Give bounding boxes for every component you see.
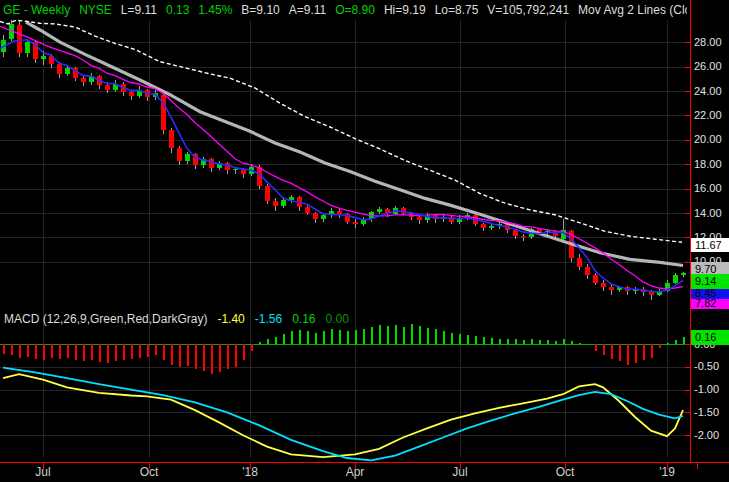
macd-label: MACD (12,26,9,Green,Red,DarkGray) xyxy=(4,312,207,326)
header-exchange: NYSE xyxy=(79,3,112,17)
candle-up xyxy=(233,169,238,170)
macd-macd-value: -1.40 xyxy=(217,312,244,326)
header-pct-change: 1.45% xyxy=(198,3,232,17)
candle-down xyxy=(57,64,62,74)
candle-down xyxy=(609,287,614,289)
price-axis-label: 18.00 xyxy=(694,158,729,171)
time-axis-label: Jul xyxy=(452,466,467,479)
time-axis-label: Jul xyxy=(35,466,50,479)
header-high: Hi=9.19 xyxy=(384,3,426,17)
macd-axis-label: -1.00 xyxy=(694,383,729,396)
price-axis-label: 20.00 xyxy=(694,133,729,146)
candle-down xyxy=(585,267,590,276)
trading-chart-window: GE - WeeklyNYSEL=9.110.131.45%B=9.10A=9.… xyxy=(0,0,729,482)
candle-up xyxy=(321,215,326,219)
price-axis-label: 22.00 xyxy=(694,109,729,122)
candle-down xyxy=(593,275,598,282)
macd-hist-value: 0.16 xyxy=(292,312,315,326)
candle-down xyxy=(273,201,278,206)
last-price-badge: 9.14 xyxy=(691,274,729,289)
candle-down xyxy=(305,207,310,213)
macd-line xyxy=(3,374,683,457)
candle-up xyxy=(25,42,30,53)
header-ask: A=9.11 xyxy=(289,3,326,17)
candle-up xyxy=(65,68,70,74)
ma4-line xyxy=(0,40,683,292)
header-open: O=8.90 xyxy=(335,3,375,17)
price-axis-label: 14.00 xyxy=(694,207,729,220)
candle-down xyxy=(169,130,174,148)
time-axis-label: Oct xyxy=(140,466,159,479)
candle-down xyxy=(577,258,582,267)
price-axis-label: 24.00 xyxy=(694,85,729,98)
symbol-quote-header: GE - WeeklyNYSEL=9.110.131.45%B=9.10A=9.… xyxy=(3,3,687,18)
white-ma-badge: 11.67 xyxy=(691,238,729,252)
header-bid: B=9.10 xyxy=(241,3,279,17)
gray-ma-line xyxy=(26,22,683,265)
candle-down xyxy=(649,292,654,294)
candle-down xyxy=(161,95,166,130)
candle-down xyxy=(105,85,110,90)
time-axis-label: '18 xyxy=(242,466,258,479)
time-axis-label: '19 xyxy=(659,466,675,479)
candle-down xyxy=(417,217,422,221)
signal-line xyxy=(3,368,683,461)
candle-down xyxy=(513,230,518,236)
candle-up xyxy=(185,154,190,160)
candle-down xyxy=(17,25,22,53)
macd-axis-label: -1.50 xyxy=(694,406,729,419)
price-axis-label: 26.00 xyxy=(694,60,729,73)
candle-down xyxy=(481,224,486,228)
chart-canvas[interactable] xyxy=(0,0,729,482)
candle-up xyxy=(681,273,686,276)
candle-down xyxy=(601,283,606,288)
candle-up xyxy=(41,56,46,60)
macd-axis-label: -0.50 xyxy=(694,360,729,373)
candle-down xyxy=(265,186,270,201)
candle-down xyxy=(209,159,214,168)
header-low: Lo=8.75 xyxy=(435,3,479,17)
candle-down xyxy=(353,222,358,224)
hist-badge: 0.16 xyxy=(691,330,729,345)
time-axis-label: Oct xyxy=(556,466,575,479)
header-last: L=9.11 xyxy=(121,3,157,17)
candle-down xyxy=(337,211,342,215)
header-net-change: 0.13 xyxy=(166,3,189,17)
macd-signal-value: -1.56 xyxy=(255,312,282,326)
header-symbol: GE - Weekly xyxy=(3,3,70,17)
price-axis-label: 28.00 xyxy=(694,36,729,49)
candle-down xyxy=(129,92,134,96)
candle-down xyxy=(81,78,86,83)
candle-down xyxy=(521,236,526,237)
macd-axis-label: -2.00 xyxy=(694,429,729,442)
candle-up xyxy=(377,209,382,211)
candle-up xyxy=(281,200,286,206)
macd-zero-value: 0.00 xyxy=(325,312,348,326)
macd-indicator-header: MACD (12,26,9,Green,Red,DarkGray)-1.40-1… xyxy=(4,312,359,326)
candle-down xyxy=(177,148,182,160)
time-axis-label: Apr xyxy=(346,466,365,479)
header-indicator: Mov Avg 2 Lines (Close,4,10,0) xyxy=(578,3,687,17)
price-axis-label: 16.00 xyxy=(694,182,729,195)
candle-down xyxy=(313,213,318,219)
header-volume: V=105,792,241 xyxy=(487,3,569,17)
candle-up xyxy=(289,197,294,199)
candle-up xyxy=(673,275,678,282)
candle-up xyxy=(489,226,494,227)
